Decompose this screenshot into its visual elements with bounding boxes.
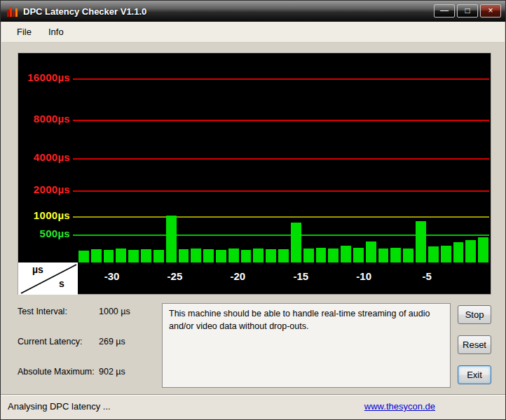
latency-bar: [253, 248, 264, 262]
latency-bar: [179, 249, 189, 262]
window-title: DPC Latency Checker V1.1.0: [23, 6, 146, 17]
minimize-button[interactable]: —: [434, 4, 455, 18]
gridline-16000: [73, 78, 489, 80]
app-window: DPC Latency Checker V1.1.0 — □ × File In…: [0, 0, 506, 420]
app-icon: [6, 6, 19, 17]
latency-bar: [453, 242, 464, 262]
latency-bar: [416, 221, 426, 262]
menu-bar: File Info: [1, 22, 505, 43]
x-tick-label: -20: [220, 270, 255, 282]
thesycon-link[interactable]: www.thesycon.de: [364, 401, 435, 412]
axis-diagonal-line: [18, 262, 78, 295]
latency-bar: [378, 248, 389, 262]
x-tick-label: -15: [283, 270, 318, 282]
y-axis-label-4000: 4000µs: [18, 151, 70, 163]
latency-bar: [266, 249, 276, 262]
latency-bar: [216, 250, 226, 262]
latency-bar: [278, 249, 289, 262]
latency-bar: [390, 248, 401, 262]
latency-bar: [128, 250, 139, 262]
test-interval-label: Test Interval:: [18, 307, 67, 316]
latency-bar: [141, 249, 151, 262]
current-latency-label: Current Latency:: [18, 337, 82, 346]
latency-bar: [78, 251, 89, 262]
gridline-4000: [73, 158, 489, 160]
exit-button[interactable]: Exit: [458, 365, 491, 384]
y-axis-label-2000: 2000µs: [18, 183, 70, 195]
latency-bar: [104, 250, 114, 262]
absolute-maximum-value: 902 µs: [99, 367, 125, 377]
latency-bar: [291, 223, 301, 262]
reset-button[interactable]: Reset: [458, 335, 491, 354]
gridline-500: [73, 234, 489, 236]
latency-bar: [465, 240, 476, 262]
y-axis-unit-label: µs: [32, 264, 43, 275]
axis-corner: µs s: [18, 262, 78, 295]
latency-chart: µs s 16000µs8000µs4000µs2000µs1000µs500µ…: [18, 52, 491, 295]
latency-bar: [116, 248, 126, 262]
status-text: Analysing DPC latency ...: [8, 401, 111, 412]
status-bar: Analysing DPC latency ... www.thesycon.d…: [1, 394, 505, 419]
y-axis-label-16000: 16000µs: [18, 71, 70, 83]
latency-bar: [228, 248, 239, 262]
stop-button[interactable]: Stop: [458, 305, 491, 324]
x-tick-label: -30: [95, 270, 130, 282]
latency-bar: [366, 241, 376, 262]
latency-bar: [441, 246, 451, 262]
x-axis-unit-label: s: [59, 278, 64, 289]
latency-bar: [166, 216, 177, 262]
x-tick-label: -10: [346, 270, 381, 282]
gridline-1000: [73, 216, 489, 218]
latency-bar: [478, 237, 488, 262]
y-axis-label-8000: 8000µs: [18, 113, 70, 125]
y-axis-label-500: 500µs: [18, 227, 70, 239]
latency-bar: [428, 246, 439, 262]
latency-bar: [341, 246, 351, 262]
latency-bar: [353, 248, 364, 262]
latency-bar: [191, 248, 201, 262]
x-tick-label: -5: [409, 270, 444, 282]
latency-bar: [203, 249, 214, 262]
menu-item-file[interactable]: File: [8, 24, 40, 39]
menu-item-info[interactable]: Info: [40, 24, 72, 39]
y-axis-label-1000: 1000µs: [18, 209, 70, 221]
gridline-8000: [73, 120, 489, 121]
absolute-maximum-label: Absolute Maximum:: [18, 367, 95, 377]
latency-bar: [403, 248, 413, 262]
test-interval-value: 1000 µs: [99, 307, 130, 316]
analysis-message-box: This machine should be able to handle re…: [162, 303, 451, 388]
latency-bar: [153, 250, 164, 262]
gridline-2000: [73, 190, 489, 192]
latency-bar: [303, 248, 314, 262]
window-controls: — □ ×: [434, 4, 501, 18]
current-latency-value: 269 µs: [99, 337, 125, 346]
latency-bar: [241, 250, 252, 262]
close-button[interactable]: ×: [480, 4, 501, 18]
latency-bar: [91, 249, 102, 262]
latency-bar: [328, 248, 339, 262]
x-tick-label: -25: [157, 270, 192, 282]
title-bar: DPC Latency Checker V1.1.0 — □ ×: [1, 1, 505, 22]
maximize-button[interactable]: □: [457, 4, 478, 18]
latency-bar: [316, 248, 327, 262]
